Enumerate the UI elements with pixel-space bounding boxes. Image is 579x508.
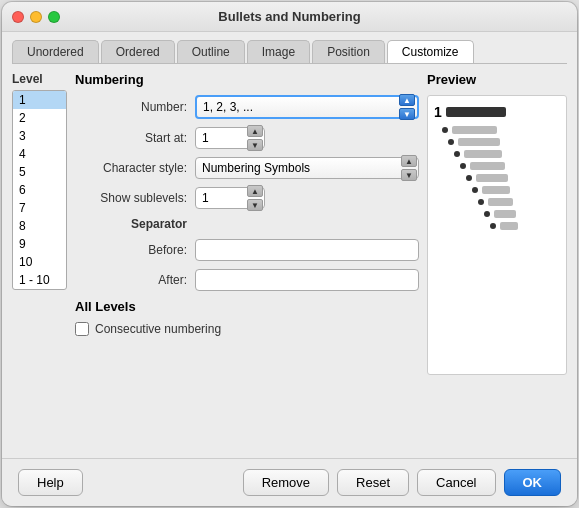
sublevels-label: Show sublevels: <box>75 191 195 205</box>
level-item-7[interactable]: 7 <box>13 199 66 217</box>
tab-ordered[interactable]: Ordered <box>101 40 175 63</box>
level-item-1-10[interactable]: 1 - 10 <box>13 271 66 289</box>
cancel-button[interactable]: Cancel <box>417 469 495 496</box>
level-panel: Level 1 2 3 4 5 6 7 8 9 10 1 - 10 <box>12 72 67 450</box>
number-label: Number: <box>75 100 195 114</box>
preview-item-2 <box>448 138 560 146</box>
number-select-wrapper: 1, 2, 3, ... ▲ ▼ <box>195 95 419 119</box>
dialog-title: Bullets and Numbering <box>218 9 360 24</box>
level-item-9[interactable]: 9 <box>13 235 66 253</box>
tab-position[interactable]: Position <box>312 40 385 63</box>
preview-bullet-3 <box>454 151 460 157</box>
dialog-window: Bullets and Numbering Unordered Ordered … <box>2 2 577 506</box>
preview-item-3 <box>454 150 560 158</box>
preview-box: 1 <box>427 95 567 375</box>
preview-bar-2 <box>458 138 500 146</box>
help-button[interactable]: Help <box>18 469 83 496</box>
preview-item-4 <box>460 162 560 170</box>
before-label: Before: <box>75 243 195 257</box>
number-select[interactable]: 1, 2, 3, ... <box>197 97 417 117</box>
preview-bullet-2 <box>448 139 454 145</box>
char-style-label: Character style: <box>75 161 195 175</box>
level-item-6[interactable]: 6 <box>13 181 66 199</box>
preview-bullet-4 <box>460 163 466 169</box>
preview-item-7 <box>478 198 560 206</box>
sublevels-input[interactable] <box>195 187 265 209</box>
before-row: Before: <box>75 239 419 261</box>
preview-item-1 <box>442 126 560 134</box>
level-item-4[interactable]: 4 <box>13 145 66 163</box>
separator-row: Separator <box>75 217 419 231</box>
remove-button[interactable]: Remove <box>243 469 329 496</box>
start-label: Start at: <box>75 131 195 145</box>
level-item-5[interactable]: 5 <box>13 163 66 181</box>
preview-bar-9 <box>500 222 518 230</box>
preview-item-8 <box>484 210 560 218</box>
minimize-button[interactable] <box>30 11 42 23</box>
all-levels-title: All Levels <box>75 299 419 314</box>
content-area: Level 1 2 3 4 5 6 7 8 9 10 1 - 10 Number… <box>2 64 577 458</box>
preview-number: 1 <box>434 104 442 120</box>
preview-title: Preview <box>427 72 567 87</box>
ok-button[interactable]: OK <box>504 469 562 496</box>
consecutive-row: Consecutive numbering <box>75 322 419 336</box>
preview-item-5 <box>466 174 560 182</box>
all-levels-section: All Levels Consecutive numbering <box>75 299 419 336</box>
level-item-3[interactable]: 3 <box>13 127 66 145</box>
number-row: Number: 1, 2, 3, ... ▲ ▼ <box>75 95 419 119</box>
consecutive-checkbox[interactable] <box>75 322 89 336</box>
titlebar-buttons <box>12 11 60 23</box>
level-item-1[interactable]: 1 <box>13 91 66 109</box>
char-style-row: Character style: Numbering Symbols ▲ ▼ <box>75 157 419 179</box>
preview-bullet-8 <box>484 211 490 217</box>
preview-bar-8 <box>494 210 516 218</box>
preview-bullet-5 <box>466 175 472 181</box>
numbering-panel: Numbering Number: 1, 2, 3, ... ▲ ▼ Start… <box>75 72 419 450</box>
close-button[interactable] <box>12 11 24 23</box>
char-style-select[interactable]: Numbering Symbols <box>195 157 419 179</box>
after-input[interactable] <box>195 269 419 291</box>
tab-customize[interactable]: Customize <box>387 40 474 63</box>
preview-num-bar <box>446 107 506 117</box>
after-label: After: <box>75 273 195 287</box>
preview-bullet-7 <box>478 199 484 205</box>
numbering-title: Numbering <box>75 72 419 87</box>
preview-num-row: 1 <box>434 104 560 120</box>
level-item-8[interactable]: 8 <box>13 217 66 235</box>
footer-right: Remove Reset Cancel OK <box>243 469 561 496</box>
preview-bar-4 <box>470 162 505 170</box>
preview-bullet-1 <box>442 127 448 133</box>
preview-item-6 <box>472 186 560 194</box>
preview-bar-3 <box>464 150 502 158</box>
consecutive-label: Consecutive numbering <box>95 322 221 336</box>
sublevels-row: Show sublevels: ▲ ▼ <box>75 187 419 209</box>
sublevels-spinner: ▲ ▼ <box>195 187 265 209</box>
tabs-row: Unordered Ordered Outline Image Position… <box>2 32 577 63</box>
preview-bar-5 <box>476 174 508 182</box>
level-heading: Level <box>12 72 67 86</box>
preview-bar-1 <box>452 126 497 134</box>
preview-panel: Preview 1 <box>427 72 567 450</box>
start-spinner: ▲ ▼ <box>195 127 265 149</box>
after-row: After: <box>75 269 419 291</box>
footer-left: Help <box>18 469 83 496</box>
before-input[interactable] <box>195 239 419 261</box>
level-item-2[interactable]: 2 <box>13 109 66 127</box>
titlebar: Bullets and Numbering <box>2 2 577 32</box>
start-row: Start at: ▲ ▼ <box>75 127 419 149</box>
level-list[interactable]: 1 2 3 4 5 6 7 8 9 10 1 - 10 <box>12 90 67 290</box>
start-input[interactable] <box>195 127 265 149</box>
separator-heading: Separator <box>75 217 195 231</box>
preview-bar-6 <box>482 186 510 194</box>
tab-image[interactable]: Image <box>247 40 310 63</box>
footer: Help Remove Reset Cancel OK <box>2 458 577 506</box>
maximize-button[interactable] <box>48 11 60 23</box>
preview-item-9 <box>490 222 560 230</box>
tab-unordered[interactable]: Unordered <box>12 40 99 63</box>
char-style-select-wrapper: Numbering Symbols ▲ ▼ <box>195 157 419 179</box>
preview-bar-7 <box>488 198 513 206</box>
level-item-10[interactable]: 10 <box>13 253 66 271</box>
preview-bullet-9 <box>490 223 496 229</box>
tab-outline[interactable]: Outline <box>177 40 245 63</box>
reset-button[interactable]: Reset <box>337 469 409 496</box>
